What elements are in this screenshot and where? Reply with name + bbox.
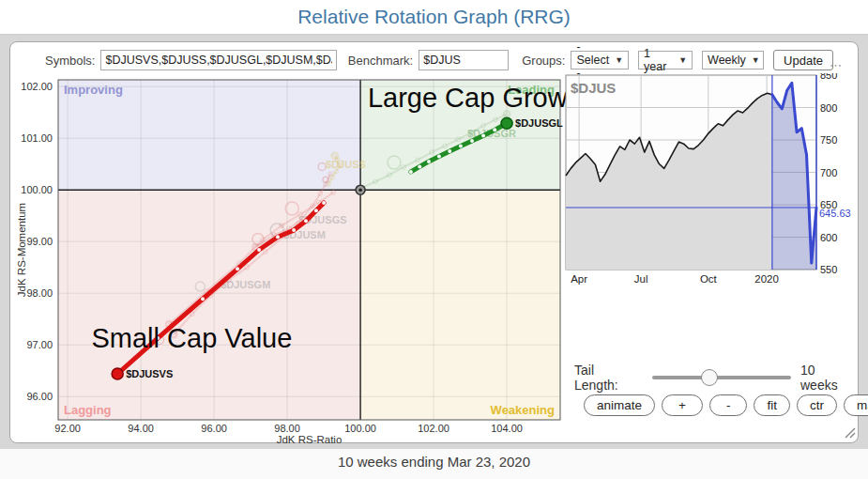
svg-text:750: 750 xyxy=(820,134,837,146)
app-header: Relative Rotation Graph (RRG) xyxy=(0,0,868,35)
svg-text:100.00: 100.00 xyxy=(344,423,376,434)
svg-text:800: 800 xyxy=(820,102,837,114)
svg-text:$DJUSGL: $DJUSGL xyxy=(515,117,563,129)
svg-text:2020: 2020 xyxy=(754,273,779,285)
toolbar: Symbols: Benchmark: Groups: - Select - ▼… xyxy=(45,49,833,71)
groups-label: Groups: xyxy=(522,54,565,68)
chevron-down-icon: ▼ xyxy=(615,55,623,65)
chevron-down-icon: ▼ xyxy=(752,55,760,65)
rrg-chart: ImprovingLeadingLaggingWeakening92.0094.… xyxy=(13,71,576,443)
date-caption: 10 weeks ending Mar 23, 2020 xyxy=(0,454,868,470)
symbols-input[interactable] xyxy=(100,50,336,70)
tail-length-control: Tail Length: 10 weeks xyxy=(574,363,856,393)
zoom-out-button[interactable]: - xyxy=(709,394,748,416)
rrg-app: Relative Rotation Graph (RRG) Symbols: B… xyxy=(0,0,868,479)
svg-text:Apr: Apr xyxy=(571,273,587,285)
svg-text:Improving: Improving xyxy=(64,83,123,97)
svg-text:98.00: 98.00 xyxy=(26,287,53,299)
resize-handle-icon[interactable] xyxy=(843,425,856,439)
tail-length-label: Tail Length: xyxy=(574,363,641,393)
svg-text:850: 850 xyxy=(820,73,837,81)
period-select-value: 1 year xyxy=(644,47,673,73)
chevron-down-icon: ▼ xyxy=(678,55,687,65)
svg-text:98.00: 98.00 xyxy=(274,423,300,434)
svg-text:Weakening: Weakening xyxy=(491,403,555,417)
svg-text:Lagging: Lagging xyxy=(64,403,112,417)
zoom-in-button[interactable]: + xyxy=(662,394,703,416)
animate-button[interactable]: animate xyxy=(584,394,655,416)
svg-text:$DJUSGM: $DJUSGM xyxy=(221,279,270,290)
price-chart: 550600650700750800850645.63AprJulOct2020… xyxy=(563,73,859,291)
svg-text:Oct: Oct xyxy=(700,273,718,285)
center-button[interactable]: ctr xyxy=(797,394,837,416)
svg-text:92.00: 92.00 xyxy=(54,423,81,434)
toolbar-grip-icon[interactable]: ⋯ xyxy=(830,58,843,72)
tail-length-value: 10 weeks xyxy=(800,363,856,393)
svg-text:700: 700 xyxy=(820,167,837,178)
svg-text:Jul: Jul xyxy=(634,273,648,285)
tail-length-slider[interactable] xyxy=(652,376,791,379)
page-title: Relative Rotation Graph (RRG) xyxy=(0,0,868,34)
svg-text:JdK RS-Ratio: JdK RS-Ratio xyxy=(277,434,343,443)
slider-handle[interactable] xyxy=(701,369,718,386)
svg-text:Small Cap Value: Small Cap Value xyxy=(91,323,292,353)
benchmark-input[interactable] xyxy=(419,50,509,70)
svg-text:600: 600 xyxy=(820,232,837,243)
svg-text:96.00: 96.00 xyxy=(201,423,227,434)
groups-select[interactable]: - Select - ▼ xyxy=(571,51,629,70)
svg-text:JdK RS-Momentum: JdK RS-Momentum xyxy=(16,203,27,297)
svg-text:102.00: 102.00 xyxy=(418,423,449,434)
symbols-label: Symbols: xyxy=(45,54,95,68)
svg-text:99.00: 99.00 xyxy=(26,236,53,247)
svg-text:$DJUS: $DJUS xyxy=(571,80,616,96)
chart-buttons: animate + - fit ctr max xyxy=(584,394,868,416)
svg-text:$DJUSVS: $DJUSVS xyxy=(126,368,173,379)
svg-text:96.00: 96.00 xyxy=(26,391,53,402)
svg-text:97.00: 97.00 xyxy=(26,339,53,350)
frequency-select[interactable]: Weekly ▼ xyxy=(702,51,764,70)
frequency-select-value: Weekly xyxy=(708,54,746,67)
update-button[interactable]: Update xyxy=(773,50,833,70)
svg-text:Large Cap Growth: Large Cap Growth xyxy=(368,83,576,113)
svg-text:550: 550 xyxy=(820,264,837,275)
svg-text:$DJUSS: $DJUSS xyxy=(326,159,366,170)
svg-text:645.63: 645.63 xyxy=(819,208,851,219)
benchmark-label: Benchmark: xyxy=(348,54,413,68)
svg-text:94.00: 94.00 xyxy=(128,423,154,434)
fit-button[interactable]: fit xyxy=(754,394,790,416)
svg-text:101.00: 101.00 xyxy=(21,132,53,144)
svg-text:100.00: 100.00 xyxy=(21,184,53,195)
max-button[interactable]: max xyxy=(844,394,868,416)
svg-text:102.00: 102.00 xyxy=(21,81,53,92)
svg-text:104.00: 104.00 xyxy=(491,423,523,434)
period-select[interactable]: 1 year ▼ xyxy=(638,51,693,70)
